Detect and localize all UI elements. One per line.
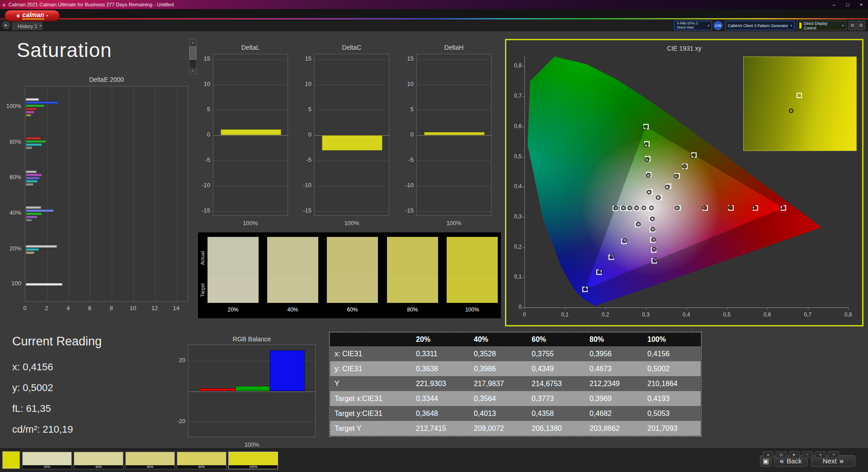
pattern-generator-selector[interactable]: CalMAN Client 3 Pattern Generator ▾ xyxy=(725,21,795,30)
cie-measured-point xyxy=(674,174,679,179)
scroll-down-icon[interactable]: ▼ xyxy=(189,68,196,74)
cie-x-tick: 0 xyxy=(516,312,533,318)
gridline xyxy=(189,392,316,392)
cie-measured-point xyxy=(789,109,793,113)
target-color-swatch xyxy=(387,277,438,303)
pattern-thumbnail[interactable]: 100% xyxy=(228,452,278,469)
deltae-bar xyxy=(26,180,38,183)
deltae-y-tick: 100% xyxy=(0,103,21,109)
cie-measured-point xyxy=(598,269,603,274)
gridline xyxy=(90,86,90,302)
gridline xyxy=(177,86,177,302)
close-button[interactable]: × xyxy=(854,0,868,9)
deltaC-y-tick: -5 xyxy=(295,156,311,163)
window-titlebar: ◆ Calman 2021 Calman Ultimate for Busine… xyxy=(0,0,868,9)
table-row-label: Target x:CIE31 xyxy=(330,391,411,406)
deltae-bar xyxy=(26,283,62,286)
window-title: Calman 2021 Calman Ultimate for Business… xyxy=(9,2,174,7)
cie-measured-point xyxy=(728,205,733,210)
gridline xyxy=(417,135,492,136)
deltaH-chart-plot[interactable] xyxy=(416,54,491,216)
meter-name: X-Rite i1Pro 2 Direct View xyxy=(677,22,698,29)
green-balance-bar xyxy=(236,386,270,392)
deltaL-y-tick: 5 xyxy=(194,106,210,113)
deltae-bar xyxy=(26,219,32,222)
workflow-gear-button[interactable]: ⚙ xyxy=(857,21,865,30)
cie-y-tickmark xyxy=(522,127,524,127)
gridline xyxy=(133,86,134,302)
red-balance-bar xyxy=(200,388,236,392)
deltae-x-tick: 12 xyxy=(148,305,161,312)
meter-status-badge: 236 xyxy=(714,21,722,30)
settings-gear-button[interactable]: ⚙ xyxy=(849,21,856,30)
deltae-chart-plot[interactable] xyxy=(25,86,188,302)
cie-y-tick: 0,2 xyxy=(508,244,522,250)
pattern-thumbnail-swatch xyxy=(126,452,175,465)
deltaL-x-label: 100% xyxy=(213,220,288,227)
cie-y-tick: 0,6 xyxy=(508,123,522,129)
deltae-bar xyxy=(26,140,46,143)
deltaC-y-tick: -15 xyxy=(295,207,311,214)
menu-icon[interactable]: ▾ xyxy=(828,451,839,458)
actual-color-swatch xyxy=(387,237,438,277)
add-icon[interactable]: + xyxy=(802,451,813,458)
current-reading-values: x: 0,4156y: 0,5002fL: 61,35cd/m²: 210,19 xyxy=(12,357,102,440)
display-control-label: Direct Display Control xyxy=(804,21,840,30)
record-icon[interactable]: ● xyxy=(815,451,826,458)
table-cell: 0,3956 xyxy=(585,346,643,361)
deltaC-chart-plot[interactable] xyxy=(314,54,389,216)
history-play-button[interactable]: ▶ xyxy=(2,21,10,29)
deltae-bar xyxy=(26,174,42,176)
deltae-y-tick: 40% xyxy=(0,209,21,216)
swatch-percent-label: 20% xyxy=(208,307,259,313)
deltaL-chart-plot[interactable] xyxy=(213,54,288,216)
calman-menu-button[interactable]: ◈ calman ▾ xyxy=(5,10,60,21)
table-row-label: Target y:CIE31 xyxy=(330,406,411,421)
cie-x-tickmark xyxy=(646,307,646,310)
tab-history-1[interactable]: History 1 xyxy=(12,21,43,30)
target-color-swatch xyxy=(327,277,378,303)
rgb-chart-plot[interactable] xyxy=(188,345,316,437)
table-cell: 0,3311 xyxy=(411,346,469,361)
pattern-thumbnail[interactable]: 80% xyxy=(177,452,226,469)
minimize-button[interactable]: – xyxy=(827,0,841,9)
table-row: Y221,9303217,9837214,6753212,2349210,186… xyxy=(330,376,701,391)
cie-y-tick: 0,7 xyxy=(508,93,522,99)
chevron-down-icon: ▾ xyxy=(790,24,792,28)
cie-chart-title: CIE 1931 xy xyxy=(506,45,862,52)
cie-y-tickmark xyxy=(522,217,524,217)
cie-measured-point xyxy=(665,185,670,189)
cie-measured-point xyxy=(585,286,589,290)
table-cell: 206,1380 xyxy=(527,421,585,436)
deltae-bar xyxy=(26,248,39,251)
monitor-icon[interactable]: ▲ xyxy=(763,451,774,458)
swatch-percent-label: 100% xyxy=(447,307,498,313)
cie-chart-panel[interactable]: CIE 1931 xy00,10,20,30,40,50,60,70,800,1… xyxy=(505,39,863,326)
pattern-thumbnail-swatch xyxy=(177,452,226,465)
gridline xyxy=(417,85,492,85)
deltae-bar xyxy=(26,216,38,218)
cie-measured-point xyxy=(752,205,756,210)
grid-icon[interactable]: ▤ xyxy=(776,451,787,458)
cie-y-tick: 0,5 xyxy=(508,153,522,160)
pattern-thumbnail[interactable]: 40% xyxy=(74,452,123,469)
actual-color-swatch xyxy=(208,237,259,277)
meter-selector[interactable]: X-Rite i1Pro 2 Direct View ▾ xyxy=(674,21,712,30)
display-control-selector[interactable]: Direct Display Control ▾ xyxy=(797,21,846,30)
history-chevron-icon[interactable]: ▸ xyxy=(40,23,42,28)
pattern-thumbnail[interactable]: 20% xyxy=(22,452,72,469)
deltaC-y-tick: -10 xyxy=(295,182,311,189)
pattern-thumbnail[interactable]: 60% xyxy=(125,452,175,469)
deltaC-bar xyxy=(322,135,382,151)
cie-x-tickmark xyxy=(727,307,727,310)
deltae-bar xyxy=(26,209,54,212)
table-cell: 0,4156 xyxy=(643,346,701,361)
deltae-chart-title: DeltaE 2000 xyxy=(25,76,188,83)
deltae-x-tick: 4 xyxy=(61,305,75,312)
gridline xyxy=(213,135,288,136)
maximize-button[interactable]: □ xyxy=(841,0,854,9)
scroll-up-icon[interactable]: ▲ xyxy=(189,39,196,45)
gridline xyxy=(417,160,492,161)
rgb-x-label: 100% xyxy=(188,441,316,448)
play-icon[interactable]: ▶ xyxy=(789,451,800,458)
